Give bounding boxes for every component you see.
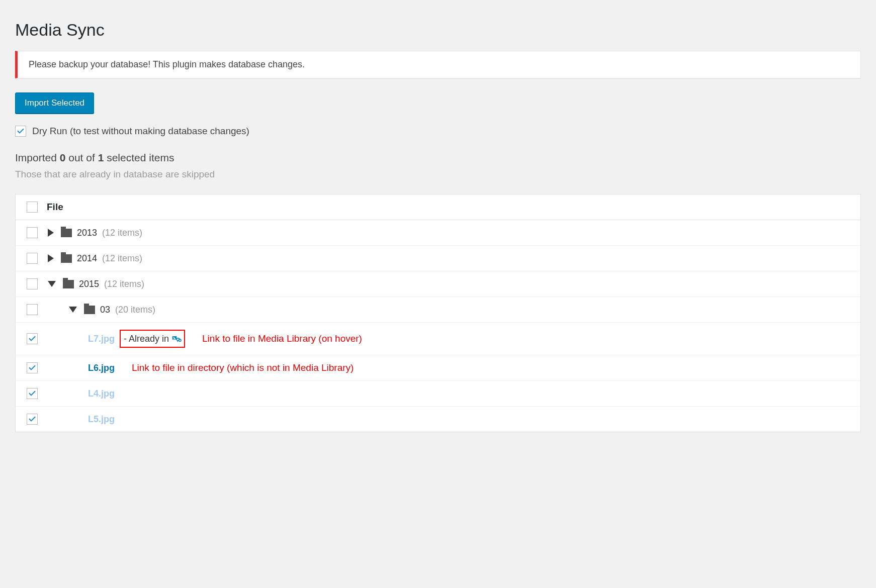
row-checkbox[interactable] [27,253,38,264]
file-link[interactable]: L7.jpg [88,334,115,344]
row-content: L4.jpg [48,388,849,399]
folder-icon [61,254,72,263]
file-link[interactable]: L5.jpg [88,414,115,425]
table-row: 2013(12 items) [16,220,860,246]
table-row: L4.jpg [16,381,860,407]
check-icon [28,364,36,372]
row-checkbox[interactable] [27,362,38,373]
row-checkbox[interactable] [27,333,38,344]
already-in-indicator: - Already in [120,330,185,348]
annotation-text: Link to file in directory (which is not … [132,362,354,373]
item-count: (20 items) [115,305,155,315]
folder-icon [84,306,95,314]
collapse-arrow-icon[interactable] [48,281,56,287]
row-checkbox[interactable] [27,304,38,315]
table-row: L5.jpg [16,407,860,432]
svg-point-3 [179,339,182,342]
table-row: L6.jpgLink to file in directory (which i… [16,355,860,381]
dry-run-label: Dry Run (to test without making database… [32,126,249,137]
folder-name[interactable]: 03 [100,305,110,315]
row-content: L5.jpg [48,414,849,425]
row-content: 2015(12 items) [48,279,849,289]
page-title: Media Sync [15,20,861,40]
expand-arrow-icon[interactable] [48,254,54,262]
check-icon [28,389,36,398]
column-header-file: File [47,202,63,213]
backup-notice: Please backup your database! This plugin… [15,51,861,78]
check-icon [17,127,25,135]
media-library-icon [171,335,182,344]
row-checkbox[interactable] [27,388,38,399]
already-in-text: - Already in [124,334,169,344]
table-row: 2014(12 items) [16,246,860,271]
expand-arrow-icon[interactable] [48,229,54,237]
annotation-text: Link to file in Media Library (on hover) [202,333,362,344]
item-count: (12 items) [102,228,142,238]
row-checkbox[interactable] [27,414,38,425]
svg-point-1 [173,337,174,338]
import-status: Imported 0 out of 1 selected items [15,152,861,164]
folder-icon [63,280,74,288]
table-row: L7.jpg- Already inLink to file in Media … [16,323,860,355]
item-count: (12 items) [102,253,142,264]
folder-icon [61,229,72,237]
folder-name[interactable]: 2015 [79,279,99,289]
collapse-arrow-icon[interactable] [69,307,77,313]
media-library-icon-wrap[interactable] [171,334,182,344]
folder-name[interactable]: 2013 [77,228,97,238]
check-icon [28,415,36,423]
row-content: L6.jpgLink to file in directory (which i… [48,362,849,373]
import-substatus: Those that are already in database are s… [15,169,861,180]
table-header: File [16,194,860,220]
file-link[interactable]: L4.jpg [88,388,115,399]
select-all-checkbox[interactable] [27,202,38,213]
row-content: L7.jpg- Already inLink to file in Media … [48,330,849,348]
table-row: 2015(12 items) [16,271,860,297]
table-row: 03(20 items) [16,297,860,323]
import-selected-button[interactable]: Import Selected [15,92,94,114]
row-checkbox[interactable] [27,278,38,289]
row-content: 2014(12 items) [48,253,849,264]
item-count: (12 items) [104,279,144,289]
folder-name[interactable]: 2014 [77,253,97,264]
file-table: File 2013(12 items)2014(12 items)2015(12… [15,194,861,432]
row-content: 03(20 items) [48,305,849,315]
file-link[interactable]: L6.jpg [88,363,115,373]
check-icon [28,335,36,343]
dry-run-checkbox[interactable] [15,126,26,137]
row-content: 2013(12 items) [48,228,849,238]
row-checkbox[interactable] [27,227,38,238]
